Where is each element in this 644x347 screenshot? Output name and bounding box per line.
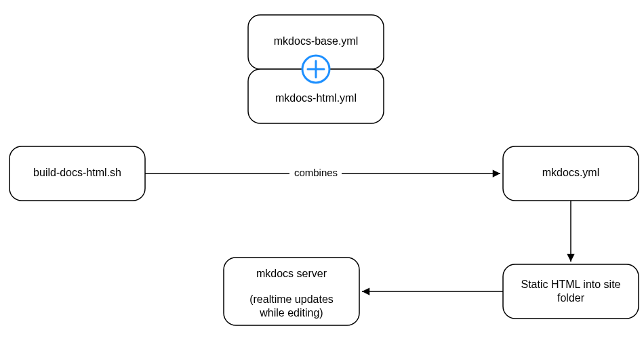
node-label: mkdocs.yml [542,167,599,178]
node-label-line2: (realtime updates [249,293,334,305]
node-build-script: build-docs-html.sh [9,146,145,201]
node-label: mkdocs-base.yml [274,35,358,47]
node-label-line2: folder [557,292,585,304]
node-label-line1: mkdocs server [256,268,327,279]
node-label: build-docs-html.sh [33,167,121,178]
node-static-html: Static HTML into site folder [503,264,639,319]
plus-circle-icon [302,56,329,83]
node-mkdocs-yml: mkdocs.yml [503,146,639,201]
node-mkdocs-server: mkdocs server (realtime updates while ed… [224,258,359,325]
node-label: mkdocs-html.yml [275,92,357,104]
edge-label: combines [294,167,338,178]
node-label-line3: while editing) [259,307,323,319]
svg-rect-7 [503,264,639,319]
flow-diagram: build-docs-html.sh mkdocs-base.yml mkdoc… [0,0,644,347]
edge-combines: combines [145,167,500,178]
node-label-line1: Static HTML into site [521,279,620,290]
